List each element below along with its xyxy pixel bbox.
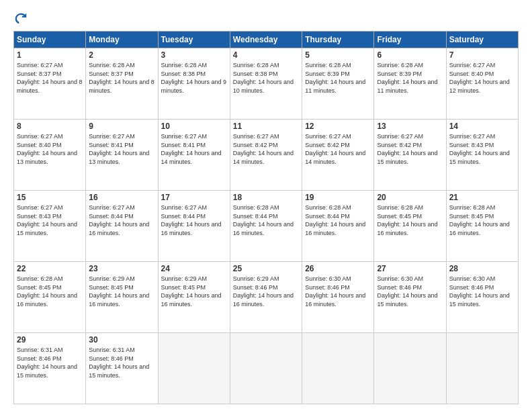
calendar-day: 30Sunrise: 6:31 AMSunset: 8:46 PMDayligh…	[86, 333, 158, 404]
weekday-header: Saturday	[446, 32, 518, 48]
calendar-day: 22Sunrise: 6:28 AMSunset: 8:45 PMDayligh…	[14, 262, 86, 333]
calendar-day: 11Sunrise: 6:27 AMSunset: 8:42 PMDayligh…	[230, 120, 302, 191]
day-info: Sunrise: 6:28 AMSunset: 8:45 PMDaylight:…	[449, 203, 515, 237]
calendar-day: 2Sunrise: 6:28 AMSunset: 8:37 PMDaylight…	[86, 48, 158, 120]
weekday-header: Friday	[374, 32, 446, 48]
day-info: Sunrise: 6:27 AMSunset: 8:43 PMDaylight:…	[449, 132, 515, 166]
day-info: Sunrise: 6:27 AMSunset: 8:41 PMDaylight:…	[161, 132, 227, 166]
calendar-day: 28Sunrise: 6:30 AMSunset: 8:46 PMDayligh…	[446, 262, 518, 333]
calendar-day: 4Sunrise: 6:28 AMSunset: 8:38 PMDaylight…	[230, 48, 302, 120]
header	[13, 11, 519, 26]
calendar-day: 26Sunrise: 6:30 AMSunset: 8:46 PMDayligh…	[302, 262, 374, 333]
calendar-day: 1Sunrise: 6:27 AMSunset: 8:37 PMDaylight…	[14, 48, 86, 120]
calendar-week-row: 8Sunrise: 6:27 AMSunset: 8:40 PMDaylight…	[14, 120, 519, 191]
day-info: Sunrise: 6:27 AMSunset: 8:37 PMDaylight:…	[17, 61, 83, 95]
day-number: 9	[89, 122, 154, 131]
calendar-day: 6Sunrise: 6:28 AMSunset: 8:39 PMDaylight…	[374, 48, 446, 120]
calendar-day: 29Sunrise: 6:31 AMSunset: 8:46 PMDayligh…	[14, 333, 86, 404]
day-info: Sunrise: 6:28 AMSunset: 8:45 PMDaylight:…	[377, 203, 443, 237]
day-info: Sunrise: 6:28 AMSunset: 8:38 PMDaylight:…	[233, 61, 299, 95]
day-info: Sunrise: 6:30 AMSunset: 8:46 PMDaylight:…	[305, 275, 371, 308]
day-info: Sunrise: 6:28 AMSunset: 8:39 PMDaylight:…	[377, 61, 443, 95]
day-info: Sunrise: 6:28 AMSunset: 8:44 PMDaylight:…	[233, 203, 299, 237]
day-info: Sunrise: 6:31 AMSunset: 8:46 PMDaylight:…	[17, 346, 83, 379]
calendar-day: 5Sunrise: 6:28 AMSunset: 8:39 PMDaylight…	[302, 48, 374, 120]
day-number: 20	[377, 193, 443, 202]
calendar-day: 27Sunrise: 6:30 AMSunset: 8:46 PMDayligh…	[374, 262, 446, 333]
day-number: 13	[377, 122, 443, 131]
calendar-day: 19Sunrise: 6:28 AMSunset: 8:44 PMDayligh…	[302, 191, 374, 262]
day-info: Sunrise: 6:27 AMSunset: 8:44 PMDaylight:…	[161, 203, 227, 237]
day-number: 21	[449, 193, 515, 202]
calendar-week-row: 15Sunrise: 6:27 AMSunset: 8:43 PMDayligh…	[14, 191, 519, 262]
calendar-day: 10Sunrise: 6:27 AMSunset: 8:41 PMDayligh…	[158, 120, 230, 191]
day-info: Sunrise: 6:30 AMSunset: 8:46 PMDaylight:…	[377, 275, 443, 308]
calendar-day: 21Sunrise: 6:28 AMSunset: 8:45 PMDayligh…	[446, 191, 518, 262]
calendar-day-empty	[158, 333, 230, 404]
day-info: Sunrise: 6:29 AMSunset: 8:45 PMDaylight:…	[89, 275, 154, 308]
day-number: 11	[233, 122, 299, 131]
day-info: Sunrise: 6:28 AMSunset: 8:37 PMDaylight:…	[89, 61, 154, 95]
calendar-day-empty	[302, 333, 374, 404]
calendar-day-empty	[374, 333, 446, 404]
weekday-header: Wednesday	[230, 32, 302, 48]
weekday-header: Monday	[86, 32, 158, 48]
day-number: 18	[233, 193, 299, 202]
day-info: Sunrise: 6:31 AMSunset: 8:46 PMDaylight:…	[89, 346, 154, 379]
day-number: 14	[449, 122, 515, 131]
day-number: 6	[377, 50, 443, 60]
calendar-day: 16Sunrise: 6:27 AMSunset: 8:44 PMDayligh…	[86, 191, 158, 262]
day-info: Sunrise: 6:27 AMSunset: 8:43 PMDaylight:…	[17, 203, 83, 237]
weekday-header: Thursday	[302, 32, 374, 48]
day-number: 1	[17, 50, 83, 60]
calendar-day: 3Sunrise: 6:28 AMSunset: 8:38 PMDaylight…	[158, 48, 230, 120]
calendar-day: 9Sunrise: 6:27 AMSunset: 8:41 PMDaylight…	[86, 120, 158, 191]
day-number: 12	[305, 122, 371, 131]
day-number: 25	[233, 264, 299, 273]
day-number: 10	[161, 122, 227, 131]
day-number: 15	[17, 193, 83, 202]
logo-icon	[13, 11, 28, 26]
page: SundayMondayTuesdayWednesdayThursdayFrid…	[0, 0, 532, 411]
calendar-day-empty	[446, 333, 518, 404]
day-number: 24	[161, 264, 227, 273]
day-info: Sunrise: 6:27 AMSunset: 8:41 PMDaylight:…	[89, 132, 154, 166]
calendar-day: 7Sunrise: 6:27 AMSunset: 8:40 PMDaylight…	[446, 48, 518, 120]
day-info: Sunrise: 6:27 AMSunset: 8:40 PMDaylight:…	[17, 132, 83, 166]
calendar-day: 8Sunrise: 6:27 AMSunset: 8:40 PMDaylight…	[14, 120, 86, 191]
day-number: 8	[17, 122, 83, 131]
calendar-day-empty	[230, 333, 302, 404]
day-info: Sunrise: 6:28 AMSunset: 8:44 PMDaylight:…	[305, 203, 371, 237]
day-info: Sunrise: 6:27 AMSunset: 8:40 PMDaylight:…	[449, 61, 515, 95]
calendar-day: 14Sunrise: 6:27 AMSunset: 8:43 PMDayligh…	[446, 120, 518, 191]
day-number: 3	[161, 50, 227, 60]
day-info: Sunrise: 6:27 AMSunset: 8:42 PMDaylight:…	[305, 132, 371, 166]
day-number: 29	[17, 335, 83, 345]
day-info: Sunrise: 6:28 AMSunset: 8:45 PMDaylight:…	[17, 275, 83, 308]
day-info: Sunrise: 6:27 AMSunset: 8:44 PMDaylight:…	[89, 203, 154, 237]
calendar-week-row: 29Sunrise: 6:31 AMSunset: 8:46 PMDayligh…	[14, 333, 519, 404]
day-info: Sunrise: 6:27 AMSunset: 8:42 PMDaylight:…	[233, 132, 299, 166]
day-number: 17	[161, 193, 227, 202]
calendar-week-row: 1Sunrise: 6:27 AMSunset: 8:37 PMDaylight…	[14, 48, 519, 120]
day-number: 5	[305, 50, 371, 60]
calendar-day: 24Sunrise: 6:29 AMSunset: 8:45 PMDayligh…	[158, 262, 230, 333]
calendar-day: 15Sunrise: 6:27 AMSunset: 8:43 PMDayligh…	[14, 191, 86, 262]
calendar-week-row: 22Sunrise: 6:28 AMSunset: 8:45 PMDayligh…	[14, 262, 519, 333]
calendar-table: SundayMondayTuesdayWednesdayThursdayFrid…	[13, 31, 519, 404]
day-info: Sunrise: 6:27 AMSunset: 8:42 PMDaylight:…	[377, 132, 443, 166]
day-info: Sunrise: 6:30 AMSunset: 8:46 PMDaylight:…	[449, 275, 515, 308]
day-number: 16	[89, 193, 154, 202]
day-number: 23	[89, 264, 154, 273]
weekday-header: Sunday	[14, 32, 86, 48]
day-number: 19	[305, 193, 371, 202]
day-number: 22	[17, 264, 83, 273]
day-number: 30	[89, 335, 154, 345]
day-info: Sunrise: 6:28 AMSunset: 8:38 PMDaylight:…	[161, 61, 227, 95]
day-number: 28	[449, 264, 515, 273]
calendar-day: 25Sunrise: 6:29 AMSunset: 8:46 PMDayligh…	[230, 262, 302, 333]
calendar-header-row: SundayMondayTuesdayWednesdayThursdayFrid…	[14, 32, 519, 48]
day-info: Sunrise: 6:29 AMSunset: 8:45 PMDaylight:…	[161, 275, 227, 308]
day-number: 27	[377, 264, 443, 273]
day-number: 7	[449, 50, 515, 60]
